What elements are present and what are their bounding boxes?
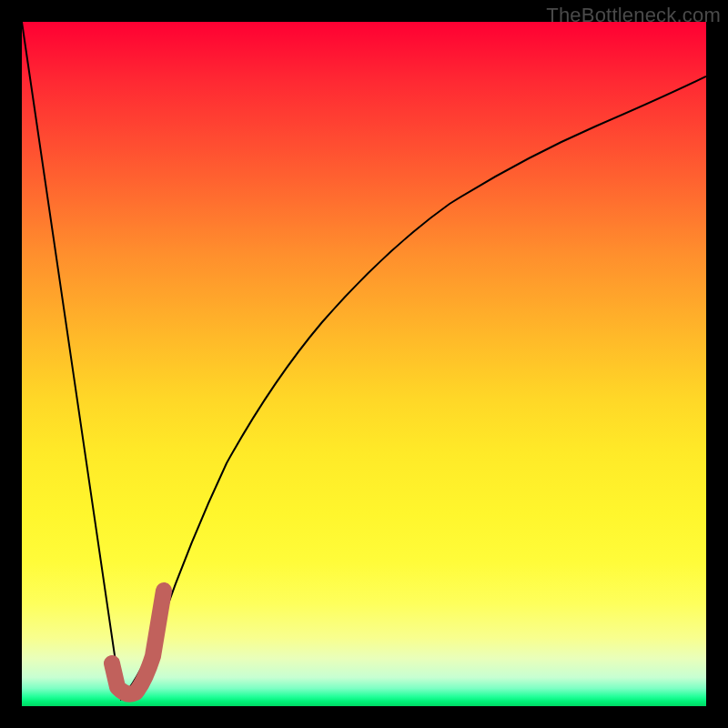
chart-frame: TheBottleneck.com <box>0 0 728 728</box>
accent-hook <box>112 591 164 694</box>
plot-area <box>22 22 706 706</box>
chart-svg <box>22 22 706 706</box>
bottleneck-curve <box>22 22 706 699</box>
